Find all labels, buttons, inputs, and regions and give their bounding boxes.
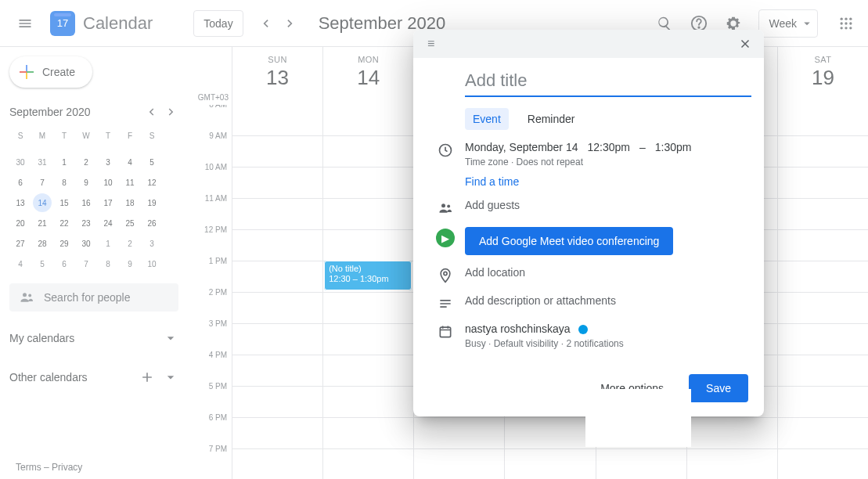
tab-event[interactable]: Event <box>465 108 509 130</box>
close-icon <box>738 37 752 51</box>
timezone-repeat-info[interactable]: Time zone · Does not repeat <box>465 157 751 167</box>
location-icon <box>438 268 453 283</box>
svg-point-15 <box>447 205 450 208</box>
event-date[interactable]: Monday, September 14 <box>465 141 578 153</box>
event-start[interactable]: 12:30pm <box>588 141 630 153</box>
owner-color-dot <box>578 325 588 334</box>
more-options-button[interactable]: More options <box>589 376 675 401</box>
save-button[interactable]: Save <box>689 374 748 402</box>
svg-point-16 <box>444 272 447 275</box>
svg-point-14 <box>441 203 445 207</box>
quick-create-modal: ≡ Event Reminder Monday, September 14 12… <box>413 30 764 416</box>
close-button[interactable] <box>734 33 756 55</box>
svg-rect-17 <box>440 327 450 337</box>
event-end[interactable]: 1:30pm <box>655 141 692 153</box>
event-title-input[interactable] <box>465 67 751 97</box>
add-location[interactable]: Add location <box>465 266 751 279</box>
drag-handle-icon[interactable]: ≡ <box>427 37 434 51</box>
meet-icon: ▶ <box>436 229 455 247</box>
add-guests[interactable]: Add guests <box>465 199 751 211</box>
owner-sub-info[interactable]: Busy · Default visibility · 2 notificati… <box>465 338 751 349</box>
tab-reminder[interactable]: Reminder <box>520 108 583 130</box>
owner-name[interactable]: nastya roshchinskaya <box>465 322 571 335</box>
description-icon <box>438 296 453 312</box>
people-icon <box>438 200 453 216</box>
calendar-icon <box>438 324 453 340</box>
add-description[interactable]: Add description or attachments <box>465 294 751 307</box>
add-meet-button[interactable]: Add Google Meet video conferencing <box>465 227 673 255</box>
clock-icon <box>438 142 453 158</box>
find-time-link[interactable]: Find a time <box>465 175 519 188</box>
